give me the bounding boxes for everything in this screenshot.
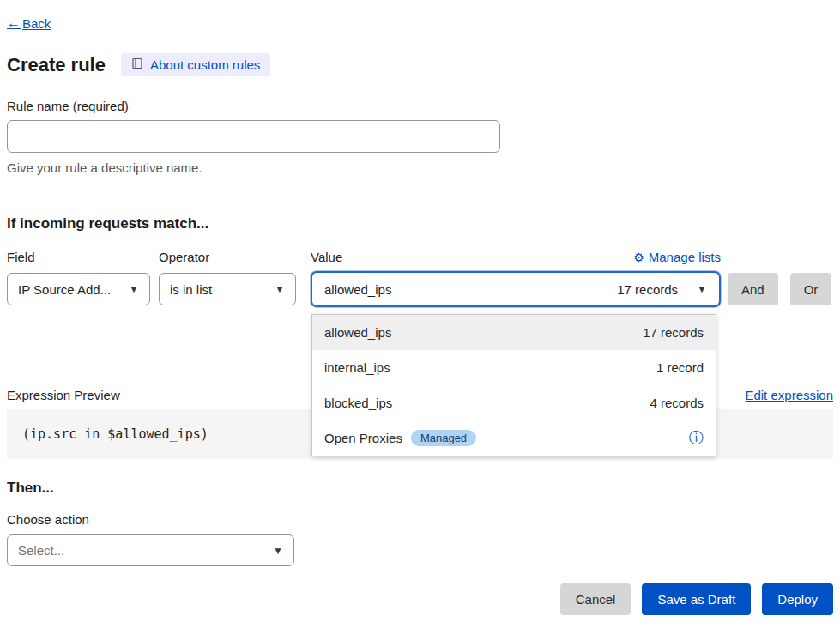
- chevron-down-icon: ▼: [697, 283, 707, 295]
- title-row: Create rule About custom rules: [7, 53, 833, 76]
- back-link-label: Back: [22, 16, 51, 31]
- back-arrow-icon: ←: [7, 15, 21, 31]
- rule-name-input[interactable]: [7, 120, 500, 153]
- rule-name-label: Rule name (required): [7, 99, 833, 113]
- list-option-internal-ips[interactable]: internal_ips 1 record: [312, 350, 716, 385]
- managed-badge: Managed: [411, 430, 476, 446]
- back-link[interactable]: ←Back: [7, 15, 51, 31]
- list-option-name: blocked_ips: [324, 395, 392, 410]
- value-select-wrap: allowed_ips 17 records ▼ allowed_ips 17 …: [311, 271, 721, 307]
- value-dropdown-menu: allowed_ips 17 records internal_ips 1 re…: [311, 314, 716, 456]
- value-select[interactable]: allowed_ips 17 records ▼: [311, 271, 721, 307]
- match-section-heading: If incoming requests match...: [7, 215, 833, 232]
- info-icon[interactable]: ⓘ: [689, 428, 704, 448]
- match-controls-row: IP Source Add... ▼ is in list ▼ allowed_…: [7, 271, 833, 307]
- edit-expression-link[interactable]: Edit expression: [745, 388, 833, 402]
- save-as-draft-button[interactable]: Save as Draft: [642, 583, 751, 615]
- value-select-meta: 17 records: [617, 282, 678, 297]
- operator-label: Operator: [159, 250, 311, 264]
- value-label: Value: [311, 250, 342, 264]
- list-option-name: Open Proxies: [324, 431, 402, 445]
- book-icon: [131, 57, 143, 72]
- list-option-meta: 1 record: [656, 360, 704, 375]
- and-button[interactable]: And: [728, 273, 778, 305]
- rule-name-helper: Give your rule a descriptive name.: [7, 160, 833, 175]
- then-section-heading: Then...: [7, 480, 833, 497]
- action-select-placeholder: Select...: [18, 543, 64, 558]
- create-rule-page: ←Back Create rule About custom rules Rul…: [0, 15, 840, 615]
- operator-select-value: is in list: [170, 282, 212, 297]
- manage-lists-link[interactable]: ⚙ Manage lists: [633, 250, 721, 264]
- gear-icon: ⚙: [633, 251, 644, 264]
- deploy-button[interactable]: Deploy: [762, 583, 833, 615]
- choose-action-label: Choose action: [7, 512, 833, 527]
- field-label: Field: [7, 250, 159, 264]
- operator-select[interactable]: is in list ▼: [159, 273, 296, 305]
- chevron-down-icon: ▼: [275, 283, 285, 295]
- cancel-button[interactable]: Cancel: [560, 583, 632, 615]
- about-custom-rules-label: About custom rules: [150, 57, 260, 72]
- manage-lists-label: Manage lists: [649, 250, 721, 264]
- list-option-name: allowed_ips: [324, 325, 391, 340]
- list-option-meta: 17 records: [643, 325, 704, 340]
- back-row: ←Back: [7, 15, 833, 31]
- expression-preview-label: Expression Preview: [7, 388, 120, 402]
- list-option-blocked-ips[interactable]: blocked_ips 4 records: [312, 385, 716, 420]
- page-title: Create rule: [7, 54, 106, 76]
- list-option-name: internal_ips: [324, 360, 390, 375]
- match-labels-row: Field Operator Value ⚙ Manage lists: [7, 250, 833, 264]
- list-option-open-proxies[interactable]: Open Proxies Managed ⓘ: [312, 420, 716, 456]
- chevron-down-icon: ▼: [129, 283, 139, 295]
- field-select[interactable]: IP Source Add... ▼: [7, 273, 150, 305]
- list-option-meta: 4 records: [650, 395, 704, 410]
- or-button[interactable]: Or: [790, 273, 832, 305]
- about-custom-rules-link[interactable]: About custom rules: [121, 53, 270, 76]
- value-select-value: allowed_ips: [324, 282, 391, 297]
- action-select[interactable]: Select... ▼: [7, 534, 294, 566]
- section-divider: [7, 196, 833, 196]
- list-option-allowed-ips[interactable]: allowed_ips 17 records: [312, 315, 716, 350]
- footer-actions: Cancel Save as Draft Deploy: [7, 583, 833, 615]
- field-select-value: IP Source Add...: [18, 282, 111, 297]
- chevron-down-icon: ▼: [273, 545, 283, 557]
